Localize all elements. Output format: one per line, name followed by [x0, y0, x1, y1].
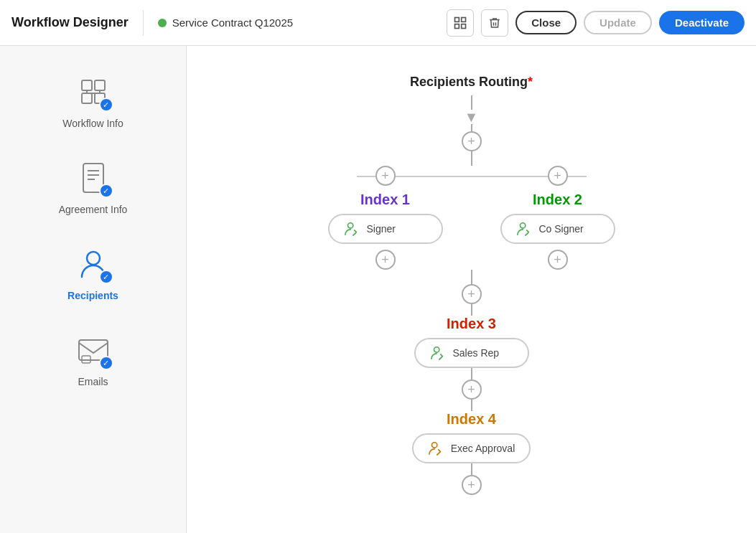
index2-recipient-label: Co Signer: [539, 223, 584, 235]
workflow-diagram: Recipients Routing* ▼ + + Index 1: [256, 60, 687, 509]
delete-btn[interactable]: [481, 9, 508, 37]
svg-rect-6: [82, 93, 92, 103]
vline-before-parallel: [471, 151, 472, 166]
workflow-info-check: ✓: [99, 98, 113, 112]
index3-col: Index 3 Sales Rep: [414, 316, 529, 368]
workflow-status: Service Contract Q12025: [158, 16, 293, 29]
add-circle-top[interactable]: +: [462, 131, 482, 151]
add-circle-index2-bottom[interactable]: +: [548, 250, 568, 270]
index3-pill[interactable]: Sales Rep: [414, 338, 529, 368]
deactivate-button[interactable]: Deactivate: [659, 11, 745, 34]
close-button[interactable]: Close: [515, 11, 577, 34]
vline-after-12: [471, 270, 472, 284]
svg-point-19: [520, 223, 525, 228]
sidebar-item-workflow-info[interactable]: ✓ Workflow Info: [22, 60, 165, 141]
sidebar-item-recipients[interactable]: ✓ Recipients: [22, 232, 165, 313]
connector-after-12: +: [462, 270, 482, 316]
svg-rect-4: [82, 80, 92, 90]
arrow-down-icon: ▼: [465, 110, 479, 124]
svg-rect-2: [455, 24, 459, 28]
workflow-name: Service Contract Q12025: [172, 16, 293, 29]
svg-point-21: [431, 443, 437, 448]
template-icon-btn[interactable]: [447, 9, 474, 37]
routing-title-row: Recipients Routing*: [410, 75, 533, 95]
top-connector: ▼ +: [462, 95, 482, 166]
index4-col: Index 4 Exec Approval: [412, 411, 531, 463]
agreement-info-icon-wrap: ✓: [73, 158, 113, 198]
index4-pill[interactable]: Exec Approval: [412, 433, 531, 463]
svg-point-15: [87, 252, 100, 265]
recipients-check: ✓: [99, 270, 113, 284]
connector-final: +: [462, 463, 482, 495]
svg-point-20: [434, 347, 439, 352]
index3-recipient-label: Sales Rep: [453, 347, 500, 359]
signer-icon: [344, 221, 360, 237]
svg-rect-0: [455, 17, 459, 22]
routing-asterisk: *: [528, 75, 533, 89]
svg-rect-5: [95, 80, 105, 90]
vline-final: [471, 463, 472, 475]
index3-label: Index 3: [447, 316, 496, 332]
index1-col: + Index 1 Signer +: [328, 166, 443, 270]
update-button[interactable]: Update: [584, 11, 652, 34]
parallel-row-12: + Index 1 Signer +: [299, 166, 644, 270]
index2-col: + Index 2 Co Signer +: [500, 166, 615, 270]
index4-label: Index 4: [447, 411, 496, 428]
add-circle-final[interactable]: +: [462, 475, 482, 495]
workflow-info-icon-wrap: ✓: [73, 72, 113, 112]
sidebar-label-emails: Emails: [78, 376, 108, 387]
emails-icon-wrap: ✓: [73, 330, 113, 370]
main-layout: ✓ Workflow Info ✓ Agreement Info: [0, 46, 756, 533]
recipients-icon-wrap: ✓: [73, 244, 113, 284]
add-circle-index1-bottom[interactable]: +: [375, 250, 396, 270]
sidebar-label-workflow-info: Workflow Info: [62, 118, 123, 129]
workflow-canvas: Recipients Routing* ▼ + + Index 1: [187, 46, 756, 533]
connector-34: +: [462, 368, 482, 411]
index2-pill[interactable]: Co Signer: [500, 214, 615, 244]
svg-rect-1: [462, 17, 466, 22]
sidebar-item-agreement-info[interactable]: ✓ Agreement Info: [22, 146, 165, 227]
routing-title: Recipients Routing*: [410, 75, 533, 90]
header-divider: [143, 10, 144, 36]
add-circle-after-12[interactable]: +: [462, 284, 482, 304]
execapproval-icon: [428, 440, 444, 456]
svg-point-18: [347, 223, 353, 228]
vline-34-top: [471, 368, 472, 379]
add-circle-index2-top[interactable]: +: [548, 166, 568, 186]
index1-recipient-label: Signer: [367, 223, 396, 235]
emails-check: ✓: [99, 356, 113, 370]
sidebar-label-agreement-info: Agreement Info: [59, 204, 128, 215]
index1-label: Index 1: [360, 192, 410, 208]
header-actions: Close Update Deactivate: [447, 9, 745, 37]
vline-before-3: [471, 304, 472, 316]
cosigner-icon: [516, 221, 532, 237]
header: Workflow Designer Service Contract Q1202…: [0, 0, 756, 46]
app-title: Workflow Designer: [11, 15, 129, 30]
sidebar-label-recipients: Recipients: [67, 290, 118, 301]
index1-pill[interactable]: Signer: [328, 214, 443, 244]
index4-recipient-label: Exec Approval: [451, 443, 515, 454]
index2-label: Index 2: [533, 192, 582, 208]
add-circle-34[interactable]: +: [462, 379, 482, 400]
vline-after-arrow: [471, 124, 472, 131]
vline-top: [471, 95, 472, 110]
vline-34-bottom: [471, 400, 472, 411]
agreement-info-check: ✓: [99, 184, 113, 198]
add-circle-index1-top[interactable]: +: [375, 166, 396, 186]
sidebar-item-emails[interactable]: ✓ Emails: [22, 319, 165, 399]
status-indicator: [158, 19, 167, 27]
svg-rect-3: [462, 24, 466, 28]
sidebar: ✓ Workflow Info ✓ Agreement Info: [0, 46, 187, 533]
salesrep-icon: [430, 345, 446, 361]
